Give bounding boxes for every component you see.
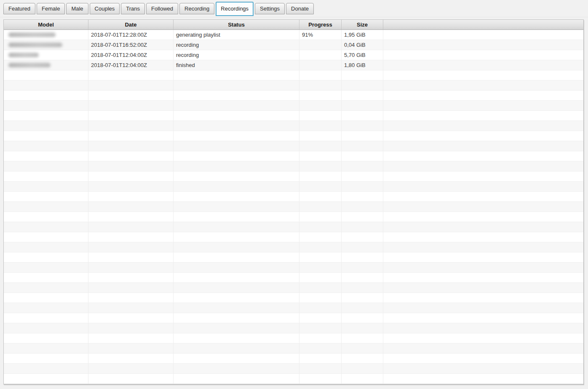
tab-couples[interactable]: Couples: [90, 3, 120, 14]
empty-table-row: [4, 111, 583, 121]
tab-bar: FeaturedFemaleMaleCouplesTransFollowedRe…: [3, 3, 315, 16]
empty-cell: [174, 131, 299, 141]
empty-cell: [174, 70, 299, 80]
empty-cell: [299, 192, 342, 201]
cell-model: [4, 60, 88, 70]
empty-cell: [342, 121, 383, 131]
empty-cell: [299, 80, 342, 90]
empty-cell: [4, 242, 88, 252]
column-header-date[interactable]: Date: [88, 20, 174, 30]
empty-cell: [4, 252, 88, 262]
column-header-model[interactable]: Model: [4, 20, 88, 30]
empty-cell: [4, 172, 88, 181]
empty-cell: [4, 111, 88, 121]
redacted-model-name: [8, 63, 51, 67]
empty-cell: [88, 111, 174, 121]
empty-cell: [4, 70, 88, 80]
empty-cell: [4, 374, 88, 384]
empty-cell: [299, 293, 342, 303]
empty-cell: [88, 283, 174, 292]
empty-cell: [4, 212, 88, 222]
empty-cell: [174, 283, 299, 292]
tab-female[interactable]: Female: [37, 3, 65, 14]
empty-cell: [383, 222, 583, 232]
empty-cell: [4, 293, 88, 303]
empty-cell: [383, 343, 583, 353]
empty-cell: [299, 273, 342, 282]
empty-cell: [4, 91, 88, 100]
empty-cell: [88, 354, 174, 363]
empty-table-row: [4, 232, 583, 242]
tab-trans[interactable]: Trans: [121, 3, 145, 14]
empty-cell: [383, 172, 583, 181]
empty-cell: [342, 303, 383, 313]
tab-recording[interactable]: Recording: [179, 3, 214, 14]
column-header-progress[interactable]: Progress: [299, 20, 342, 30]
empty-table-row: [4, 252, 583, 263]
empty-table-row: [4, 80, 583, 91]
tab-followed[interactable]: Followed: [146, 3, 178, 14]
empty-cell: [299, 313, 342, 323]
table-row[interactable]: 2018-07-01T12:28:00Z generating playlist…: [4, 30, 583, 40]
tab-recordings[interactable]: Recordings: [216, 2, 254, 16]
empty-cell: [4, 161, 88, 171]
empty-cell: [342, 242, 383, 252]
empty-cell: [342, 273, 383, 282]
empty-cell: [4, 121, 88, 131]
tab-donate[interactable]: Donate: [286, 3, 314, 14]
empty-cell: [4, 182, 88, 191]
empty-cell: [174, 80, 299, 90]
cell-progress: 91%: [299, 30, 342, 40]
cell-date: 2018-07-01T12:28:00Z: [88, 30, 174, 40]
empty-table-row: [4, 222, 583, 232]
cell-filler: [383, 50, 583, 60]
empty-cell: [88, 172, 174, 181]
empty-cell: [174, 313, 299, 323]
cell-size: 1,80 GiB: [342, 60, 383, 70]
empty-cell: [383, 232, 583, 242]
empty-cell: [88, 222, 174, 232]
tab-male[interactable]: Male: [66, 3, 88, 14]
empty-cell: [299, 101, 342, 110]
empty-cell: [342, 354, 383, 363]
empty-cell: [342, 374, 383, 384]
cell-progress: [299, 50, 342, 60]
column-header-size[interactable]: Size: [342, 20, 383, 30]
empty-cell: [299, 161, 342, 171]
empty-table-row: [4, 323, 583, 333]
empty-cell: [299, 131, 342, 141]
empty-cell: [342, 252, 383, 262]
empty-cell: [299, 151, 342, 161]
empty-cell: [299, 70, 342, 80]
table-row[interactable]: 2018-07-01T12:04:00Z recording 5,70 GiB: [4, 50, 583, 60]
table-body: 2018-07-01T12:28:00Z generating playlist…: [4, 30, 583, 384]
empty-cell: [383, 101, 583, 110]
empty-table-row: [4, 364, 583, 374]
empty-cell: [383, 273, 583, 282]
table-row[interactable]: 2018-07-01T16:52:00Z recording 0,04 GiB: [4, 40, 583, 50]
empty-cell: [88, 202, 174, 212]
empty-cell: [174, 101, 299, 110]
empty-table-row: [4, 212, 583, 222]
cell-size: 0,04 GiB: [342, 40, 383, 50]
empty-cell: [383, 283, 583, 292]
empty-cell: [88, 131, 174, 141]
empty-cell: [299, 374, 342, 384]
tab-featured[interactable]: Featured: [3, 3, 35, 14]
empty-cell: [4, 273, 88, 282]
empty-cell: [342, 141, 383, 151]
empty-cell: [88, 91, 174, 100]
tab-settings[interactable]: Settings: [255, 3, 285, 14]
column-header-status[interactable]: Status: [174, 20, 299, 30]
cell-status: recording: [174, 50, 299, 60]
empty-cell: [342, 80, 383, 90]
empty-cell: [299, 242, 342, 252]
empty-table-row: [4, 313, 583, 323]
empty-cell: [174, 323, 299, 333]
empty-cell: [299, 172, 342, 181]
empty-cell: [4, 101, 88, 110]
empty-cell: [4, 232, 88, 242]
empty-cell: [174, 252, 299, 262]
empty-cell: [174, 111, 299, 121]
table-row[interactable]: 2018-07-01T12:04:00Z finished 1,80 GiB: [4, 60, 583, 70]
